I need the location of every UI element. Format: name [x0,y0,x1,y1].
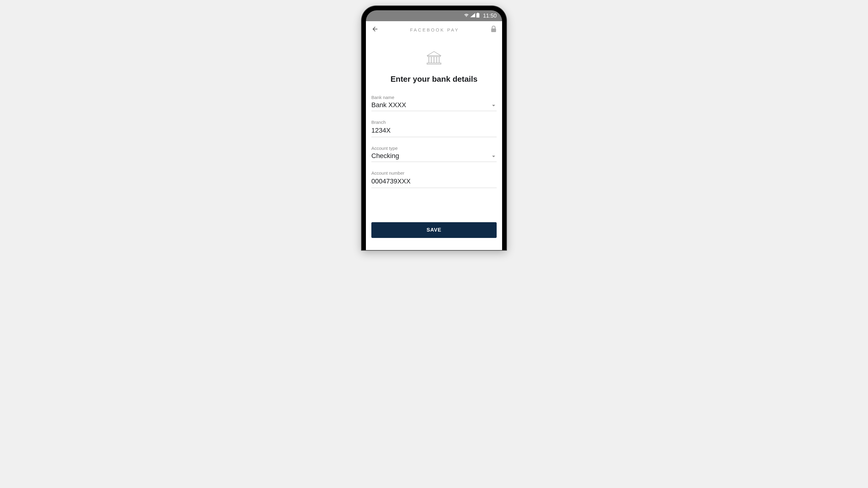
battery-icon [476,13,479,19]
app-content: Enter your bank details Bank name Bank X… [366,38,502,250]
account-number-label: Account number [371,171,497,176]
page-title: Enter your bank details [371,74,497,84]
cellular-signal-icon [470,13,475,19]
bank-name-select[interactable]: Bank XXXX [371,101,497,111]
branch-input[interactable] [371,126,497,135]
back-button[interactable] [371,25,379,34]
svg-rect-0 [476,13,479,18]
branch-label: Branch [371,120,497,125]
account-type-label: Account type [371,146,497,151]
account-type-value: Checking [371,151,399,160]
svg-rect-3 [428,56,440,57]
phone-screen: 11:50 FACEBOOK PAY [366,10,502,250]
account-number-field-wrap [371,177,497,188]
chevron-down-icon [492,103,495,108]
phone-frame: 11:50 FACEBOOK PAY [362,6,506,250]
chevron-down-icon [492,153,495,159]
bank-icon-wrap [371,51,497,67]
svg-rect-2 [491,28,496,32]
status-bar: 11:50 [366,10,502,21]
bank-name-label: Bank name [371,95,497,100]
wifi-icon [464,13,469,19]
app-title: FACEBOOK PAY [410,27,459,32]
bank-icon [426,51,442,67]
account-number-input[interactable] [371,177,497,186]
account-type-group: Account type Checking [371,146,497,162]
account-number-group: Account number [371,171,497,188]
status-icons [464,13,479,19]
svg-rect-9 [427,63,441,64]
branch-group: Branch [371,120,497,137]
save-button[interactable]: SAVE [371,222,497,238]
branch-field-wrap [371,126,497,137]
bank-name-value: Bank XXXX [371,100,406,109]
spacer [371,196,497,222]
account-type-select[interactable]: Checking [371,152,497,162]
bank-name-group: Bank name Bank XXXX [371,95,497,111]
lock-icon [491,26,497,34]
svg-rect-1 [477,13,478,13]
status-time: 11:50 [483,13,497,19]
app-header: FACEBOOK PAY [366,21,502,38]
